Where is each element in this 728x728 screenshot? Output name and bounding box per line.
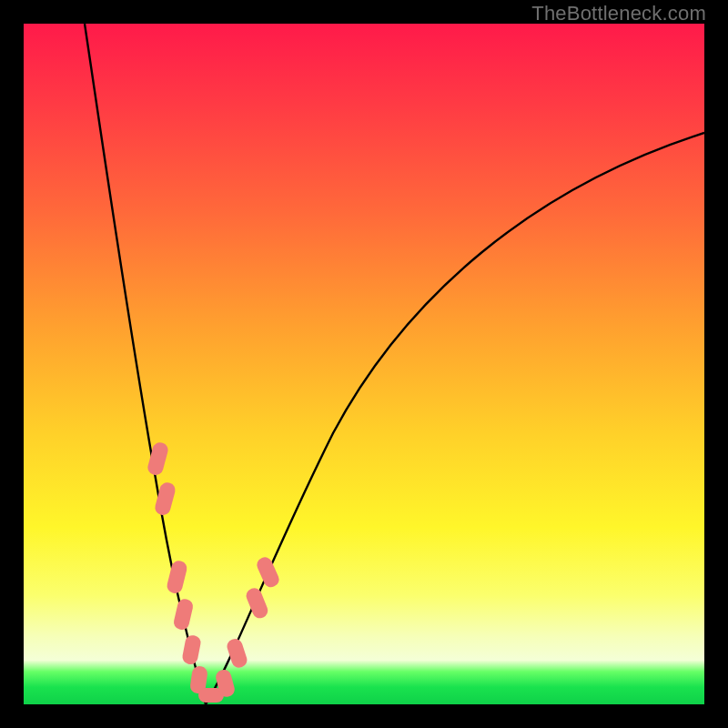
marker xyxy=(255,555,281,590)
plot-area xyxy=(24,24,704,704)
marker xyxy=(172,598,194,632)
marker xyxy=(225,637,248,670)
watermark-text: TheBottleneck.com xyxy=(531,2,706,25)
marker-group xyxy=(147,441,282,703)
marker xyxy=(181,634,202,666)
chart-frame: TheBottleneck.com xyxy=(0,0,728,728)
marker xyxy=(166,560,188,595)
curve-right-branch xyxy=(206,133,704,704)
curve-layer xyxy=(24,24,704,704)
